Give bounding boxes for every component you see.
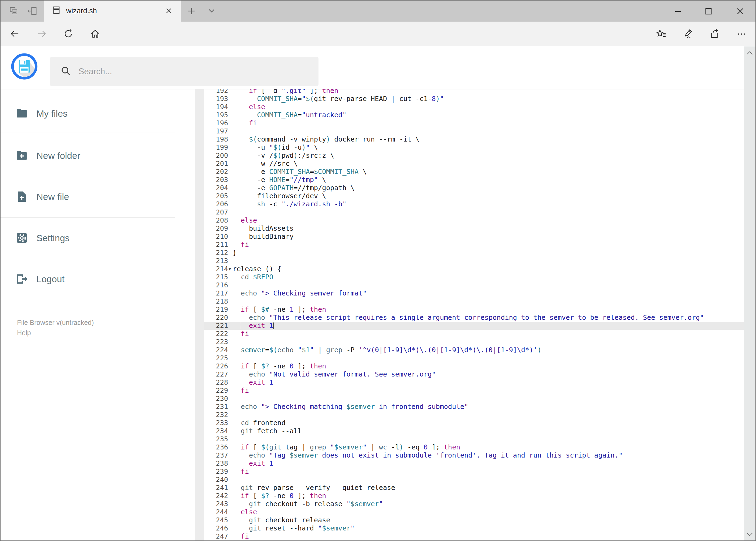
code-line[interactable]: 219 if [ $# -ne 1 ]; then	[204, 305, 744, 313]
code-line[interactable]: 213	[204, 257, 744, 265]
code-line[interactable]: 192 if [ -d ".git" ]; then	[204, 89, 744, 95]
fold-marker-icon[interactable]: ▾	[229, 265, 231, 273]
line-number: 209	[204, 225, 228, 233]
code-line[interactable]: 198 $(command -v winpty) docker run --rm…	[204, 135, 744, 144]
code-line[interactable]: 221 exit 1	[204, 322, 744, 330]
sidebar-item-my-files[interactable]: My files	[0, 105, 189, 122]
code-line[interactable]: 234 git fetch --all	[204, 427, 744, 435]
line-number: 242	[204, 492, 228, 500]
code-line[interactable]: 196 fi	[204, 119, 744, 127]
code-line[interactable]: 202 -e COMMIT_SHA=$COMMIT_SHA \	[204, 168, 744, 176]
code-line[interactable]: 231 echo "> Checking matching $semver in…	[204, 403, 744, 411]
tab-preview-icon[interactable]	[9, 6, 19, 17]
tabs-dropdown-icon[interactable]	[207, 8, 216, 16]
home-icon[interactable]	[90, 29, 101, 40]
code-line[interactable]: 220 echo "This release script requires a…	[204, 313, 744, 322]
sidebar-item-settings[interactable]: Settings	[0, 229, 189, 247]
code-text: semver=$(echo "$1" | grep -P '^v(0|[1-9]…	[233, 346, 541, 354]
code-line[interactable]: 211 fi	[204, 241, 744, 249]
vertical-scrollbar[interactable]	[744, 46, 755, 540]
code-line[interactable]: 247 fi	[204, 532, 744, 540]
code-line[interactable]: 228 exit 1	[204, 378, 744, 386]
code-line[interactable]: 210 buildBinary	[204, 233, 744, 241]
code-text: else	[233, 103, 265, 111]
code-line[interactable]: 229 fi	[204, 386, 744, 395]
code-line[interactable]: 193 COMMIT_SHA="$(git rev-parse HEAD | c…	[204, 95, 744, 103]
code-line[interactable]: 209 buildAssets	[204, 225, 744, 233]
code-text: fi	[233, 330, 249, 338]
sidebar-item-logout[interactable]: Logout	[0, 270, 189, 287]
line-number: 210	[204, 233, 228, 241]
code-line[interactable]: 233 cd frontend	[204, 419, 744, 427]
close-tab-icon[interactable]	[164, 6, 173, 17]
code-line[interactable]: 212}	[204, 249, 744, 257]
code-line[interactable]: 246 git reset --hard "$semver"	[204, 524, 744, 532]
code-line[interactable]: 241 git rev-parse --verify --quiet relea…	[204, 484, 744, 492]
code-line[interactable]: 201 -w //src \	[204, 160, 744, 168]
new-tab-icon[interactable]	[186, 6, 196, 17]
code-line[interactable]: 238 exit 1	[204, 459, 744, 467]
help-link[interactable]: Help	[17, 328, 31, 337]
logout-icon	[15, 272, 28, 285]
refresh-icon[interactable]	[63, 29, 74, 40]
code-line[interactable]: 237 echo "Tag $semver does not exist in …	[204, 451, 744, 459]
code-line[interactable]: 200 -v /$(pwd):/src:z \	[204, 152, 744, 160]
code-line[interactable]: 226 if [ $? -ne 0 ]; then	[204, 362, 744, 370]
code-line[interactable]: 214▾release () {	[204, 265, 744, 273]
code-line[interactable]: 232	[204, 411, 744, 419]
code-line[interactable]: 204 -e GOPATH=//tmp/gopath \	[204, 184, 744, 192]
browser-titlebar: wizard.sh	[0, 0, 756, 22]
page-icon	[52, 5, 61, 16]
code-line[interactable]: 208 else	[204, 216, 744, 225]
hub-icon[interactable]	[655, 28, 667, 41]
code-line[interactable]: 227 echo "Not valid semver format. See s…	[204, 370, 744, 378]
code-line[interactable]: 215 cd $REPO	[204, 273, 744, 281]
scroll-up-icon[interactable]	[746, 50, 754, 57]
share-icon[interactable]	[709, 28, 720, 41]
minimize-icon[interactable]	[673, 6, 683, 17]
code-line[interactable]: 230	[204, 395, 744, 403]
code-line[interactable]: 205 filebrowser/dev \	[204, 192, 744, 200]
more-icon[interactable]	[736, 28, 747, 41]
search-input[interactable]	[78, 66, 295, 77]
code-line[interactable]: 244 else	[204, 508, 744, 516]
code-line[interactable]: 206 sh -c "./wizard.sh -b"	[204, 200, 744, 208]
scroll-down-icon[interactable]	[746, 532, 754, 538]
code-line[interactable]: 218	[204, 297, 744, 305]
line-number: 238	[204, 459, 228, 467]
code-line[interactable]: 222 fi	[204, 330, 744, 338]
maximize-icon[interactable]	[704, 6, 713, 17]
sidebar-item-new-file[interactable]: New file	[0, 188, 189, 205]
set-tabs-aside-icon[interactable]	[28, 6, 38, 17]
code-line[interactable]: 207	[204, 208, 744, 216]
code-line[interactable]: 245 git checkout release	[204, 516, 744, 524]
code-line[interactable]: 239 fi	[204, 467, 744, 476]
web-notes-icon[interactable]	[682, 28, 694, 41]
filebrowser-logo[interactable]	[11, 53, 38, 81]
code-line[interactable]: 194 else	[204, 103, 744, 111]
code-line[interactable]: 216	[204, 281, 744, 289]
code-line[interactable]: 242 if [ $? -ne 0 ]; then	[204, 492, 744, 500]
back-icon[interactable]	[10, 29, 20, 40]
code-line[interactable]: 240	[204, 476, 744, 484]
line-number: 221	[204, 322, 228, 330]
code-line[interactable]: 223	[204, 338, 744, 346]
code-line[interactable]: 225	[204, 354, 744, 362]
search-box[interactable]	[50, 57, 319, 86]
browser-tab[interactable]: wizard.sh	[44, 0, 181, 22]
code-line[interactable]: 199 -u "$(id -u)" \	[204, 144, 744, 152]
code-line[interactable]: 203 -e HOME="//tmp" \	[204, 176, 744, 184]
code-editor[interactable]: 192 if [ -d ".git" ]; then193 COMMIT_SHA…	[204, 89, 744, 541]
code-line[interactable]: 235	[204, 435, 744, 443]
code-text: else	[233, 508, 257, 516]
close-window-icon[interactable]	[735, 6, 745, 17]
code-line[interactable]: 236 if [ $(git tag | grep "$semver" | wc…	[204, 443, 744, 451]
code-line[interactable]: 224 semver=$(echo "$1" | grep -P '^v(0|[…	[204, 346, 744, 354]
code-line[interactable]: 243 git checkout -b release "$semver"	[204, 500, 744, 508]
sidebar-item-new-folder[interactable]: New folder	[0, 147, 189, 164]
code-line[interactable]: 217 echo "> Checking semver format"	[204, 289, 744, 297]
code-line[interactable]: 197	[204, 127, 744, 135]
forward-icon[interactable]	[37, 29, 47, 40]
code-line[interactable]: 195 COMMIT_SHA="untracked"	[204, 111, 744, 119]
code-text: filebrowser/dev \	[233, 192, 326, 200]
